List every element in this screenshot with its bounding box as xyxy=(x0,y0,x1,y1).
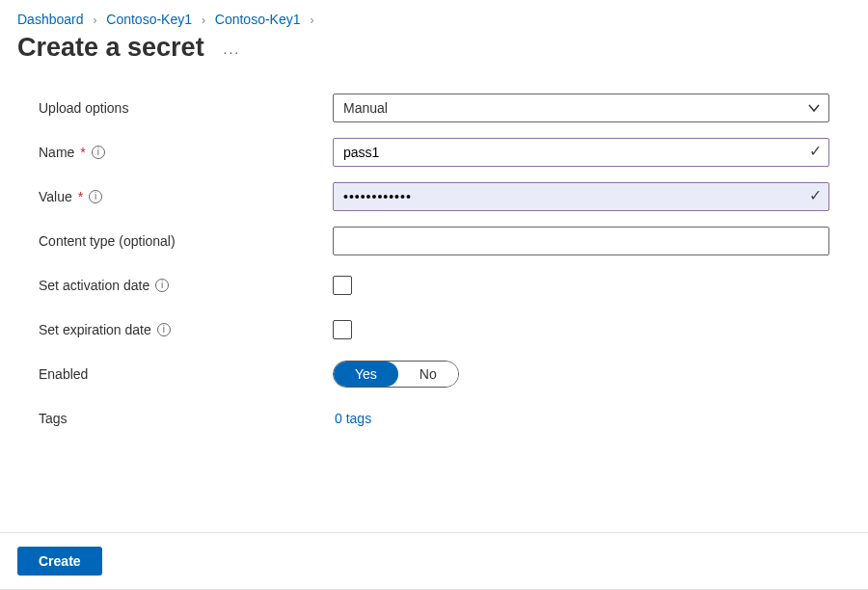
value-input[interactable] xyxy=(333,182,829,211)
tags-label: Tags xyxy=(39,411,68,426)
enabled-option-yes[interactable]: Yes xyxy=(334,362,398,387)
enabled-option-no[interactable]: No xyxy=(398,362,458,387)
expiration-date-label: Set expiration date xyxy=(39,322,151,337)
chevron-right-icon: › xyxy=(93,13,96,27)
name-input[interactable] xyxy=(333,138,829,167)
activation-date-checkbox[interactable] xyxy=(333,276,352,295)
chevron-right-icon: › xyxy=(202,13,205,27)
more-actions-button[interactable]: ··· xyxy=(224,44,241,60)
breadcrumb-item-dashboard[interactable]: Dashboard xyxy=(17,12,84,27)
checkmark-icon: ✓ xyxy=(809,186,822,204)
footer-bar: Create xyxy=(0,532,868,590)
breadcrumb: Dashboard › Contoso-Key1 › Contoso-Key1 … xyxy=(0,0,868,29)
required-asterisk: * xyxy=(80,145,85,160)
chevron-right-icon: › xyxy=(310,13,313,27)
info-icon[interactable]: i xyxy=(92,146,105,159)
breadcrumb-item-secrets[interactable]: Contoso-Key1 xyxy=(215,12,301,27)
info-icon[interactable]: i xyxy=(155,279,169,292)
activation-date-label: Set activation date xyxy=(39,278,149,293)
content-type-input[interactable] xyxy=(333,227,829,255)
upload-options-select[interactable]: Manual xyxy=(333,94,829,122)
breadcrumb-item-keyvault[interactable]: Contoso-Key1 xyxy=(106,12,192,27)
enabled-toggle: Yes No xyxy=(333,361,459,388)
chevron-down-icon xyxy=(807,101,821,115)
info-icon[interactable]: i xyxy=(157,323,171,336)
value-label: Value xyxy=(39,189,72,204)
upload-options-label: Upload options xyxy=(39,100,128,116)
info-icon[interactable]: i xyxy=(89,190,102,203)
enabled-label: Enabled xyxy=(39,366,88,382)
required-asterisk: * xyxy=(78,189,83,204)
upload-options-value: Manual xyxy=(343,100,388,116)
tags-link[interactable]: 0 tags xyxy=(333,411,371,426)
expiration-date-checkbox[interactable] xyxy=(333,320,352,339)
name-label: Name xyxy=(39,145,74,160)
create-button[interactable]: Create xyxy=(17,547,102,576)
content-type-label: Content type (optional) xyxy=(39,233,176,249)
create-secret-form: Upload options Manual Name * i ✓ V xyxy=(0,86,868,441)
page-title: Create a secret xyxy=(17,33,204,63)
checkmark-icon: ✓ xyxy=(809,142,822,160)
